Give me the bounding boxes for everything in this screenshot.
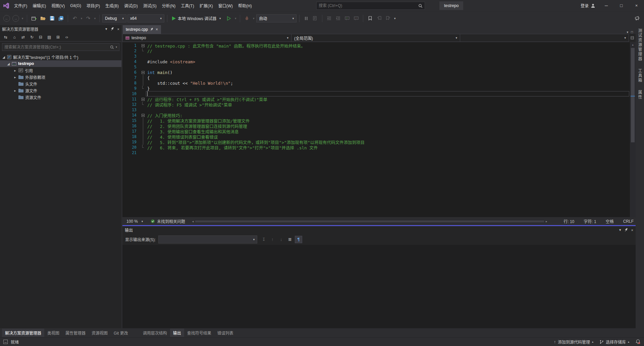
code-editor[interactable]: 1// testrepo.cpp : 此文件包含 "main" 函数。程序执行将… — [122, 42, 636, 217]
code-line[interactable]: 5 — [122, 64, 636, 70]
panel-tab[interactable]: 错误列表 — [214, 329, 236, 337]
column-indicator[interactable]: 字符: 1 — [584, 218, 596, 224]
panel-tab[interactable]: 输出 — [170, 329, 184, 337]
break-all-icon[interactable] — [302, 14, 310, 22]
undo-icon[interactable]: ↶ — [71, 14, 79, 22]
collapse-region-icon[interactable] — [142, 98, 145, 101]
scroll-left-icon[interactable]: ◂ — [191, 220, 195, 223]
code-line[interactable]: 3 — [122, 54, 636, 59]
sign-in-button[interactable]: 登录 — [577, 3, 599, 8]
menu-item[interactable]: 分析(N) — [159, 0, 178, 11]
increase-indent-icon[interactable] — [334, 14, 342, 22]
add-to-source-control-button[interactable]: ↑ 添加到源代码管理 ▴ — [554, 339, 593, 345]
tree-item[interactable]: ▸头文件 — [0, 80, 121, 87]
run-options-dropdown-icon[interactable]: ▾ — [234, 17, 237, 20]
panel-tab[interactable]: 资源视图 — [89, 329, 111, 337]
save-all-icon[interactable] — [57, 14, 65, 22]
dock-tab[interactable]: 属性 — [637, 90, 643, 99]
collapse-region-icon[interactable] — [142, 44, 145, 47]
previous-message-icon[interactable]: ↑ — [269, 236, 276, 243]
panel-tab[interactable]: 查找符号结果 — [184, 329, 214, 337]
tree-item-project[interactable]: ◢ ++ testrepo — [0, 60, 121, 67]
code-line[interactable]: 13 — [122, 107, 636, 113]
notifications-bell-icon[interactable] — [635, 339, 641, 344]
expand-icon[interactable]: ▸ — [13, 89, 17, 92]
menu-item[interactable]: 编辑(E) — [30, 0, 49, 11]
new-project-icon[interactable] — [30, 14, 38, 22]
solution-search-box[interactable]: ▾ — [2, 43, 119, 51]
search-icon[interactable] — [418, 4, 423, 8]
hot-reload-icon[interactable] — [243, 14, 251, 22]
collapse-region-icon[interactable] — [142, 71, 145, 74]
maximize-button[interactable]: □ — [614, 0, 629, 11]
home-icon[interactable]: ⌂ — [11, 34, 18, 41]
horizontal-scrollbar[interactable]: ◂ ▸ — [191, 220, 549, 223]
start-without-debugging-icon[interactable] — [225, 14, 233, 22]
panel-tab[interactable]: 类视图 — [44, 329, 62, 337]
tree-item[interactable]: ▸源文件 — [0, 87, 121, 94]
sync-with-active-document-icon[interactable]: ⇄ — [19, 34, 27, 41]
code-view-icon[interactable]: ‹› — [63, 34, 70, 41]
scroll-right-icon[interactable]: ▸ — [544, 220, 549, 223]
toolbar-overflow-icon[interactable]: ▾ — [393, 17, 396, 20]
menu-item[interactable]: 视图(V) — [49, 0, 67, 11]
close-tab-icon[interactable]: × — [156, 27, 158, 32]
code-line[interactable]: 6int main() — [122, 70, 636, 75]
menu-item[interactable]: 扩展(X) — [197, 0, 216, 11]
show-all-files-icon[interactable]: ▤ — [46, 34, 53, 41]
tree-item[interactable]: ▸外部依赖项 — [0, 74, 121, 80]
switch-views-icon[interactable]: ⇆ — [2, 34, 9, 41]
jump-to-message-icon[interactable]: ↧ — [260, 236, 267, 243]
save-icon[interactable] — [48, 14, 56, 22]
collapse-region-icon[interactable] — [142, 114, 145, 117]
menu-item[interactable]: 项目(P) — [84, 0, 103, 11]
uncomment-selection-icon[interactable] — [352, 14, 360, 22]
pin-icon[interactable] — [111, 27, 114, 31]
find-in-files-icon[interactable] — [311, 14, 319, 22]
solution-search-input[interactable] — [4, 45, 108, 50]
minimize-button[interactable]: ─ — [599, 0, 614, 11]
menu-item[interactable]: Git(G) — [67, 0, 84, 11]
search-icon[interactable] — [110, 45, 114, 49]
code-line[interactable]: 8 std::cout << "Hello World!\n"; — [122, 80, 636, 86]
menu-item[interactable]: 调试(D) — [121, 0, 141, 11]
next-bookmark-icon[interactable] — [384, 14, 392, 22]
menu-item[interactable]: 文件(F) — [11, 0, 30, 11]
navigate-back-icon[interactable]: ← — [3, 14, 11, 22]
pin-icon[interactable] — [150, 28, 153, 31]
active-files-dropdown-icon[interactable]: ▾ — [627, 30, 628, 34]
search-options-icon[interactable]: ▾ — [116, 46, 117, 49]
document-tab[interactable]: testrepo.cpp × — [123, 25, 161, 34]
redo-dropdown-icon[interactable]: ▾ — [93, 17, 97, 20]
panel-tab[interactable]: Git 更改 — [111, 329, 131, 337]
pin-icon[interactable] — [625, 228, 628, 232]
expand-icon[interactable]: ▸ — [13, 69, 17, 72]
nav-dropdown-icon[interactable]: ▾ — [21, 17, 24, 20]
start-debugging-dropdown-icon[interactable]: ▾ — [218, 17, 222, 20]
project-scope-dropdown[interactable]: testrepo ▾ — [122, 34, 291, 42]
platform-dropdown[interactable]: x64 ▾ — [127, 14, 164, 22]
decrease-indent-icon[interactable] — [325, 14, 333, 22]
code-line[interactable]: 2// — [122, 48, 636, 54]
window-position-icon[interactable]: ▾ — [619, 228, 621, 232]
code-line[interactable]: 21 — [122, 150, 636, 155]
scrollbar-thumb[interactable] — [195, 220, 544, 222]
open-folder-icon[interactable] — [39, 14, 47, 22]
menu-item[interactable]: 帮助(H) — [235, 0, 255, 11]
code-line[interactable]: 4#include <iostream> — [122, 59, 636, 64]
configuration-dropdown[interactable]: Debug ▾ — [102, 14, 126, 22]
menu-item[interactable]: 测试(S) — [141, 0, 159, 11]
solution-explorer-header[interactable]: 解决方案资源管理器 ▾ × — [0, 25, 121, 33]
start-debugging-button[interactable]: 本地 Windows 调试器 ▾ — [170, 14, 224, 23]
clear-all-icon[interactable]: ≣ — [286, 236, 293, 243]
eol-indicator[interactable]: CRLF — [623, 219, 634, 224]
code-line[interactable]: 9} — [122, 86, 636, 91]
split-editor-icon[interactable] — [629, 34, 636, 42]
line-indicator[interactable]: 行: 10 — [564, 218, 574, 224]
panel-tab[interactable]: 调用层次结构 — [140, 329, 170, 337]
zoom-dropdown[interactable]: 100 % ▾ — [124, 219, 146, 224]
select-repository-button[interactable]: 选择存储库 ▴ — [599, 339, 629, 345]
toggle-bookmark-icon[interactable] — [366, 14, 374, 22]
collapse-all-icon[interactable]: ⊟ — [37, 34, 44, 41]
output-content[interactable] — [122, 245, 636, 328]
